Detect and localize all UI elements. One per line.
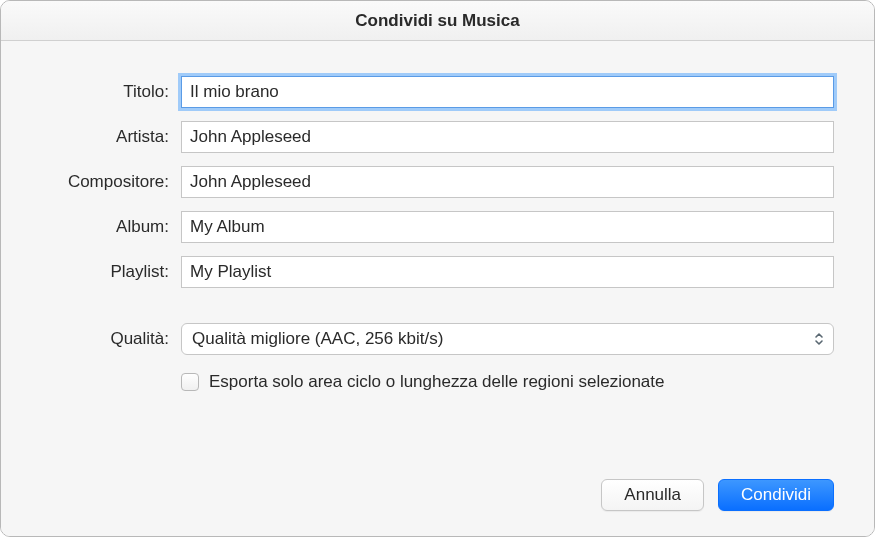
quality-selected-value: Qualità migliore (AAC, 256 kbit/s) <box>192 329 443 349</box>
row-playlist: Playlist: <box>41 256 834 288</box>
row-quality: Qualità: Qualità migliore (AAC, 256 kbit… <box>41 323 834 355</box>
row-artist: Artista: <box>41 121 834 153</box>
playlist-input[interactable] <box>181 256 834 288</box>
row-composer: Compositore: <box>41 166 834 198</box>
artist-input[interactable] <box>181 121 834 153</box>
titlebar: Condividi su Musica <box>1 1 874 41</box>
share-button[interactable]: Condividi <box>718 479 834 511</box>
composer-input[interactable] <box>181 166 834 198</box>
quality-label: Qualità: <box>41 329 181 349</box>
select-arrows-icon <box>808 327 830 351</box>
title-label: Titolo: <box>41 82 181 102</box>
row-title: Titolo: <box>41 76 834 108</box>
export-checkbox[interactable] <box>181 373 199 391</box>
quality-select[interactable]: Qualità migliore (AAC, 256 kbit/s) <box>181 323 834 355</box>
dialog-content: Titolo: Artista: Compositore: Album: Pla… <box>1 41 874 536</box>
cancel-button[interactable]: Annulla <box>601 479 704 511</box>
title-input[interactable] <box>181 76 834 108</box>
composer-label: Compositore: <box>41 172 181 192</box>
playlist-label: Playlist: <box>41 262 181 282</box>
row-export-option: Esporta solo area ciclo o lunghezza dell… <box>181 372 834 392</box>
row-album: Album: <box>41 211 834 243</box>
album-input[interactable] <box>181 211 834 243</box>
artist-label: Artista: <box>41 127 181 147</box>
button-row: Annulla Condividi <box>41 449 834 511</box>
export-checkbox-label: Esporta solo area ciclo o lunghezza dell… <box>209 372 665 392</box>
share-to-music-dialog: Condividi su Musica Titolo: Artista: Com… <box>0 0 875 537</box>
album-label: Album: <box>41 217 181 237</box>
dialog-title: Condividi su Musica <box>355 11 519 31</box>
